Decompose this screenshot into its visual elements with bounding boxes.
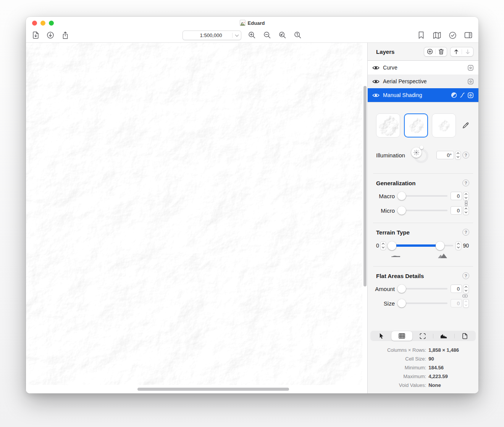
illumination-dial[interactable] [410,145,432,165]
map-icon[interactable] [432,30,442,40]
illumination-stepper[interactable] [455,151,461,160]
layers-inspector-panel: Layers [367,43,478,393]
visibility-eye-icon[interactable] [372,79,380,84]
checkmark-seal-icon[interactable] [447,30,457,40]
flat-areas-help-icon[interactable]: ? [462,272,469,279]
chevron-down-icon[interactable] [233,34,241,37]
size-slider-thumb[interactable] [397,299,406,307]
terrain-range-right-thumb[interactable] [436,241,444,250]
micro-slider-thumb[interactable] [397,206,406,215]
macro-slider[interactable] [397,191,447,201]
mountains-icon [438,253,447,259]
layer-row-manual-shading[interactable]: Manual Shading [368,88,478,102]
tab-select-tool[interactable] [371,331,391,341]
delete-layer-button[interactable] [436,47,447,56]
info-label: Maximum: [387,374,426,379]
terrain-type-header: Terrain Type ? [376,229,469,236]
toolbar-zoom-group [247,30,303,40]
info-value: 90 [428,356,459,362]
terrain-range-slider[interactable] [388,241,454,251]
info-value: 4,223.59 [428,374,459,379]
toolbar: 1:500,000 [26,29,478,43]
opacity-half-circle-icon[interactable] [451,92,457,98]
vertical-scrollbar-track[interactable] [362,43,367,385]
bookmark-icon[interactable] [416,30,426,40]
terrain-max-value: 90 [463,243,469,249]
illumination-angle-input[interactable]: 0° [436,151,454,159]
curve-adjustment-icon[interactable] [460,92,465,98]
terrain-type-help-icon[interactable]: ? [462,229,469,236]
terrain-min-value: 0 [376,243,379,249]
size-slider[interactable] [397,299,447,308]
info-label: Void Values: [387,382,426,388]
shading-style-option-3[interactable] [432,113,456,137]
micro-stepper[interactable] [463,206,469,215]
amount-slider-thumb[interactable] [397,285,406,293]
amount-label: Amount [368,286,397,292]
share-icon[interactable] [60,30,70,40]
layer-mask-icon[interactable] [468,65,473,71]
new-document-icon[interactable] [31,30,40,40]
visibility-eye-icon[interactable] [372,65,380,70]
size-stepper[interactable] [463,299,469,308]
macro-value-input[interactable]: 0 [451,192,462,200]
layer-row-curve[interactable]: Curve [368,61,478,74]
zoom-out-icon[interactable] [262,30,272,40]
amount-slider-row: Amount 0 [368,284,469,293]
shading-style-option-2-selected[interactable] [404,113,428,137]
terrain-range-left-thumb[interactable] [388,241,396,250]
layer-name: Manual Shading [383,92,451,98]
tab-histogram[interactable] [433,331,454,341]
map-scale-combobox[interactable]: 1:500,000 [183,31,241,40]
inspector-panel-icon[interactable] [463,30,473,40]
link-horizontal-icon[interactable] [462,294,468,298]
info-value: 184.56 [428,365,459,370]
illumination-help-icon[interactable]: ? [462,152,469,159]
tab-file-info[interactable] [455,331,475,341]
layer-name: Aerial Perspective [383,78,468,84]
amount-stepper[interactable] [463,285,469,293]
layer-row-aerial-perspective[interactable]: Aerial Perspective [368,74,478,88]
section-divider [373,173,473,174]
download-icon[interactable] [45,30,55,40]
illumination-label: Illumination [376,152,405,159]
zoom-fit-icon[interactable] [278,30,288,40]
info-value: 1,858 × 1,486 [428,347,459,353]
shading-style-option-1[interactable] [376,113,400,137]
layers-panel-title: Layers [376,49,421,55]
zoom-in-icon[interactable] [247,30,257,40]
terrain-max-stepper[interactable] [456,241,461,250]
visibility-eye-icon[interactable] [372,93,380,98]
vertical-scrollbar-thumb[interactable] [363,86,367,286]
size-label: Size [368,300,397,307]
macro-stepper[interactable] [463,192,469,201]
link-vertical-icon[interactable] [464,201,468,206]
terrain-min-stepper[interactable] [380,241,386,250]
layer-mask-icon[interactable] [468,79,473,84]
horizontal-scrollbar-thumb[interactable] [137,388,289,391]
edit-pencil-icon[interactable] [462,122,469,129]
tab-grid-info-selected[interactable] [391,331,412,341]
amount-slider[interactable] [397,284,447,293]
generalization-help-icon[interactable]: ? [462,180,469,186]
illumination-row: Illumination 0° ? [376,144,469,166]
size-slider-row: Size 0 [368,299,469,308]
size-value-input[interactable]: 0 [451,299,462,307]
layer-mask-icon[interactable] [468,92,473,98]
move-layer-down-button[interactable] [462,47,473,56]
micro-slider[interactable] [397,206,447,215]
horizontal-scrollbar-track[interactable] [26,385,367,393]
terrain-type-title: Terrain Type [376,229,462,236]
terrain-type-icons-row [368,253,469,259]
move-layer-up-button[interactable] [451,47,462,56]
micro-value-input[interactable]: 0 [451,206,462,215]
macro-slider-thumb[interactable] [397,192,406,200]
sun-knob-icon[interactable] [411,147,422,158]
shaded-relief-map[interactable] [26,43,367,385]
amount-value-input[interactable]: 0 [451,285,462,293]
inspector-mode-segmented-control [370,331,476,341]
zoom-actual-size-icon[interactable] [293,30,303,40]
add-layer-button[interactable] [424,47,435,56]
tab-selection-extent[interactable] [412,331,433,341]
info-label: Cell Size: [387,356,426,362]
